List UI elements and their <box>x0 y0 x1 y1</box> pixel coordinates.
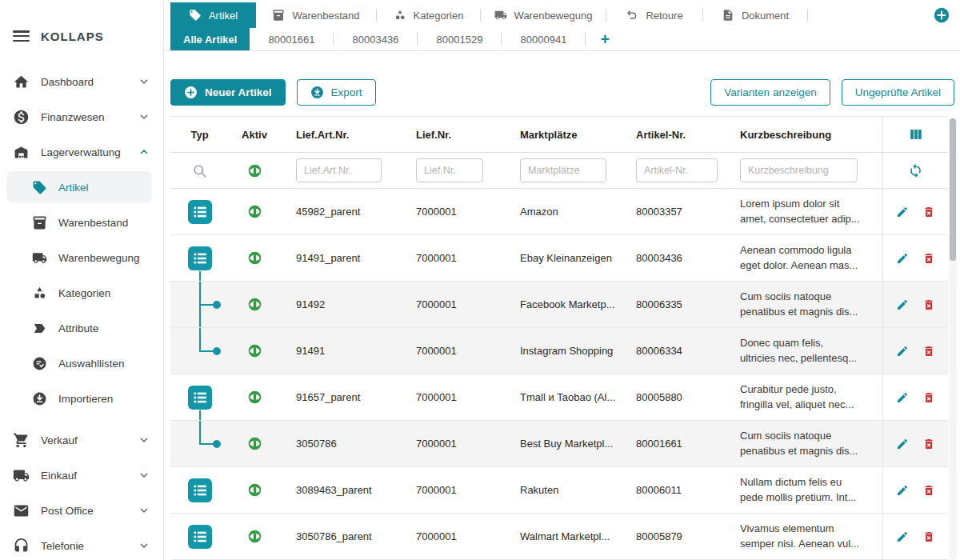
unverified-articles-button[interactable]: Ungeprüfte Artikel <box>842 79 954 106</box>
cart-icon <box>13 432 30 449</box>
cell-artikel-nr: 80005880 <box>620 374 724 420</box>
active-filter-icon[interactable] <box>248 164 262 178</box>
cell-marktplatz: Ebay Kleinanzeigen <box>504 235 620 281</box>
cell-kurzbeschreibung: Cum sociis natoque penatibus et magnis d… <box>724 421 882 466</box>
delete-icon[interactable] <box>922 391 935 404</box>
delete-icon[interactable] <box>922 345 935 358</box>
sidebar-item-dashboard[interactable]: Dashboard <box>0 64 163 99</box>
tab-artikel[interactable]: Artikel <box>170 2 256 28</box>
article-type-parent-icon[interactable] <box>188 386 212 410</box>
subtab-article[interactable]: 80001661 <box>250 28 333 50</box>
edit-icon[interactable] <box>896 252 909 265</box>
cell-kurzbeschreibung: Nullam dictum felis eu pede mollis preti… <box>724 467 882 513</box>
cell-marktplatz: Facebook Marketp... <box>504 282 620 327</box>
cell-lief-nr: 7000001 <box>400 189 504 234</box>
table-row: 3089463_parent 7000001 Rakuten 80006011 … <box>170 467 948 514</box>
app-window: KOLLAPS Dashboard Finanzwesen Lagerverwa… <box>0 0 960 560</box>
filter-marktplaetze-input[interactable] <box>520 158 606 182</box>
delete-icon[interactable] <box>922 206 935 218</box>
cell-lief-art-nr: 91657_parent <box>280 374 400 420</box>
cell-lief-art-nr: 3050786_parent <box>280 514 400 559</box>
table-row: 91491_parent 7000001 Ebay Kleinanzeigen … <box>170 235 948 282</box>
menu-icon[interactable] <box>13 30 30 42</box>
sidebar-item-post-office[interactable]: Post Office <box>0 493 163 528</box>
subtab-article[interactable]: 80000941 <box>502 28 585 50</box>
cell-kurzbeschreibung: Cum sociis natoque penatibus et magnis d… <box>724 282 882 327</box>
filter-lief-art-nr-input[interactable] <box>296 158 382 182</box>
delivery-truck-icon <box>13 467 30 484</box>
download-circle-icon <box>310 86 324 99</box>
article-type-parent-icon[interactable] <box>188 246 212 270</box>
article-type-parent-icon[interactable] <box>188 478 212 502</box>
cell-marktplatz: Tmall и Taobao (Al... <box>504 374 620 420</box>
sidebar-item-warenbewegung[interactable]: Warenbewegung <box>0 240 163 275</box>
edit-icon[interactable] <box>896 438 909 450</box>
plus-circle-icon <box>184 86 198 99</box>
columns-settings-icon[interactable] <box>908 127 924 142</box>
sidebar-item-attribute[interactable]: Attribute <box>0 310 163 346</box>
active-status-icon <box>248 437 262 450</box>
return-icon <box>626 9 638 22</box>
scrollbar-thumb[interactable] <box>950 118 956 261</box>
tab-kategorien[interactable]: Kategorien <box>377 2 480 28</box>
edit-icon[interactable] <box>896 484 909 497</box>
delete-icon[interactable] <box>922 252 935 265</box>
cell-lief-art-nr: 3050786 <box>280 421 400 466</box>
sidebar-item-kategorien[interactable]: Kategorien <box>0 275 163 310</box>
sidebar-item-verkauf[interactable]: Verkauf <box>0 422 163 458</box>
tab-retoure[interactable]: Retoure <box>606 2 702 28</box>
main-area: Artikel Warenbestand Kategorien Warenbew… <box>164 0 960 560</box>
subtab-alle-artikel[interactable]: Alle Artikel <box>170 28 250 50</box>
tree-connector <box>170 328 229 374</box>
tab-warenbewegung[interactable]: Warenbewegung <box>481 2 606 28</box>
delete-icon[interactable] <box>922 438 935 450</box>
checklist-circle-icon <box>32 356 47 371</box>
sidebar-item-lagerverwaltung[interactable]: Lagerverwaltung <box>0 134 163 170</box>
tab-dokument[interactable]: Dokument <box>703 2 807 28</box>
sidebar-item-warenbestand[interactable]: Warenbestand <box>0 205 163 240</box>
export-button[interactable]: Export <box>297 79 376 106</box>
table-row: 91492 7000001 Facebook Marketp... 800063… <box>170 282 948 328</box>
cell-lief-art-nr: 91492 <box>280 282 400 327</box>
table-filter-row <box>170 153 948 189</box>
edit-icon[interactable] <box>896 345 909 358</box>
article-type-parent-icon[interactable] <box>188 525 212 549</box>
table-row: 3050786 7000001 Best Buy Marketpl... 800… <box>170 421 948 467</box>
sidebar-item-telefonie[interactable]: Telefonie <box>0 528 163 560</box>
cell-kurzbeschreibung: Donec quam felis, ultricies nec, pellent… <box>724 328 882 374</box>
show-variants-button[interactable]: Varianten anzeigen <box>710 79 830 106</box>
cell-artikel-nr: 80005879 <box>620 514 724 559</box>
tab-warenbestand[interactable]: Warenbestand <box>256 2 376 28</box>
new-article-button[interactable]: Neuer Artikel <box>170 79 286 106</box>
column-header-kurzbeschreibung: Kurzbeschreibung <box>724 117 882 152</box>
filter-artikel-nr-input[interactable] <box>636 158 718 182</box>
sidebar-item-importieren[interactable]: Importieren <box>0 381 163 416</box>
delete-icon[interactable] <box>922 484 935 497</box>
edit-icon[interactable] <box>896 298 909 311</box>
add-article-tab-icon[interactable]: + <box>600 31 610 47</box>
edit-icon[interactable] <box>896 391 909 404</box>
edit-icon[interactable] <box>896 530 909 543</box>
sidebar-item-finanzwesen[interactable]: Finanzwesen <box>0 99 163 134</box>
column-header-marktplaetze: Marktplätze <box>504 117 620 152</box>
sidebar-item-einkauf[interactable]: Einkauf <box>0 458 163 493</box>
tag-icon <box>32 180 47 195</box>
sidebar-item-auswahllisten[interactable]: Auswahllisten <box>0 346 163 381</box>
subtab-article[interactable]: 80003436 <box>334 28 417 50</box>
delete-icon[interactable] <box>922 530 935 543</box>
article-type-parent-icon[interactable] <box>188 200 212 224</box>
edit-icon[interactable] <box>896 206 909 218</box>
chevron-down-icon <box>138 539 150 552</box>
sidebar-item-artikel[interactable]: Artikel <box>0 170 163 205</box>
delete-icon[interactable] <box>922 298 935 311</box>
cell-lief-nr: 7000001 <box>400 282 504 327</box>
article-tab-bar: Alle Artikel 80001661 80003436 80001529 … <box>164 28 960 51</box>
search-icon[interactable] <box>192 163 207 178</box>
filter-lief-nr-input[interactable] <box>416 158 483 182</box>
subtab-article[interactable]: 80001529 <box>418 28 501 50</box>
cell-kurzbeschreibung: Lorem ipsum dolor sit amet, consectetuer… <box>724 189 882 234</box>
refresh-icon[interactable] <box>908 163 923 178</box>
filter-kurzbeschreibung-input[interactable] <box>740 158 858 182</box>
add-tab-icon[interactable] <box>934 7 950 23</box>
column-header-typ: Typ <box>170 117 229 152</box>
